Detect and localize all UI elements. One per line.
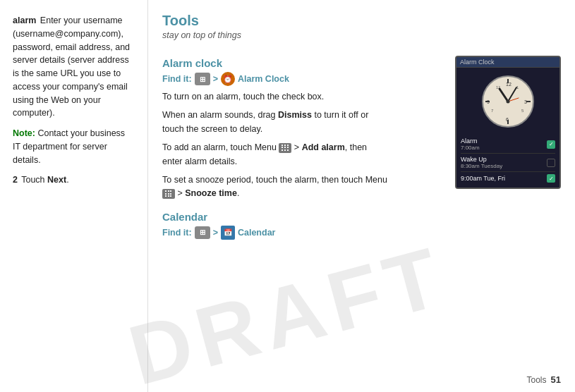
calendar-find-it-label: Find it:: [162, 228, 192, 238]
svg-text:3: 3: [524, 99, 527, 104]
alarm-clock-icon[interactable]: ⏰: [221, 72, 235, 86]
section-title: Tools: [162, 13, 561, 29]
alarm-item-1-time: 7:00am: [461, 145, 480, 151]
step-2: 2 Touch Next.: [13, 173, 135, 187]
alarm-item-1-check[interactable]: ✓: [547, 140, 555, 149]
alarm-item-2-time: 8:30am Tuesday: [461, 163, 502, 169]
apps-icon[interactable]: ⊞: [195, 73, 210, 85]
arrow-separator: >: [213, 74, 218, 84]
step-1: alarm Enter your username (username@comp…: [13, 14, 135, 120]
calendar-icon[interactable]: 📅: [221, 226, 235, 240]
alarm-para-4: To set a snooze period, touch the alarm,…: [162, 173, 388, 201]
alarm-item-3: 9:00am Tue, Fri ✓: [461, 172, 555, 185]
svg-text:6: 6: [506, 117, 509, 122]
alarm-subsection: Alarm clock Find it: ⊞ > ⏰ Alarm Clock T…: [162, 57, 441, 201]
note-label: Note:: [13, 128, 35, 138]
analog-clock-svg: 12 3 6 9 1 5 7 11: [480, 73, 536, 130]
alarm-para-3: To add an alarm, touch Menu > Add alarm,…: [162, 141, 388, 169]
alarm-para-1: To turn on an alarm, touch the check box…: [162, 90, 388, 104]
step-1-number: alarm: [13, 16, 36, 25]
alarm-find-it: Find it: ⊞ > ⏰ Alarm Clock: [162, 72, 441, 86]
calendar-subsection: Calendar Find it: ⊞ > 📅 Calendar: [162, 211, 441, 240]
alarm-item-3-check[interactable]: ✓: [547, 174, 555, 183]
alarm-clock-label: Alarm Clock: [238, 74, 289, 84]
step-2-text: Touch Next.: [21, 175, 68, 185]
text-area: Alarm clock Find it: ⊞ > ⏰ Alarm Clock T…: [162, 50, 441, 244]
alarm-item-1-label: Alarm: [461, 137, 480, 145]
svg-text:12: 12: [506, 82, 512, 87]
page-footer: Tools 51: [527, 374, 561, 385]
right-column: Tools stay on top of things Alarm clock …: [148, 0, 575, 392]
left-column: alarm Enter your username (username@comp…: [0, 0, 148, 392]
svg-point-16: [507, 100, 510, 104]
menu-grid-1: [282, 145, 289, 152]
calendar-title: Calendar: [162, 211, 441, 223]
calendar-find-it: Find it: ⊞ > 📅 Calendar: [162, 226, 441, 240]
alarm-para-2: When an alarm sounds, drag Dismiss to tu…: [162, 109, 388, 136]
footer-section-label: Tools: [527, 375, 547, 385]
main-content: Alarm clock Find it: ⊞ > ⏰ Alarm Clock T…: [162, 50, 561, 244]
page-container: alarm Enter your username (username@comp…: [0, 0, 575, 392]
phone-screen: Alarm Clock 12 3: [455, 56, 561, 189]
alarm-item-1: Alarm 7:00am ✓: [461, 135, 555, 154]
section-subtitle: stay on top of things: [162, 30, 561, 40]
menu-grid-2: [165, 190, 172, 197]
menu-icon-2: [162, 189, 175, 199]
step-1-note: Note: Contact your business IT departmen…: [13, 127, 135, 166]
svg-text:9: 9: [487, 99, 490, 104]
alarm-item-2-check[interactable]: [547, 159, 555, 167]
alarm-item-2-label: Wake Up: [461, 156, 502, 163]
alarm-title: Alarm clock: [162, 57, 441, 69]
menu-icon-1: [279, 143, 291, 153]
alarm-list: Alarm 7:00am ✓ Wake Up 8:30am Tuesday: [456, 133, 559, 188]
step-2-number: 2: [13, 175, 18, 185]
phone-screen-header: Alarm Clock: [456, 57, 559, 68]
calendar-label: Calendar: [238, 228, 276, 238]
phone-screenshot: Alarm Clock 12 3: [455, 56, 561, 244]
clock-display: 12 3 6 9 1 5 7 11: [456, 68, 559, 133]
alarm-item-3-label: 9:00am Tue, Fri: [461, 175, 505, 182]
calendar-arrow: >: [213, 228, 218, 238]
find-it-label: Find it:: [162, 74, 192, 84]
alarm-item-2: Wake Up 8:30am Tuesday: [461, 154, 555, 172]
step-1-text: Enter your username (username@company.co…: [13, 16, 130, 118]
apps-icon-2[interactable]: ⊞: [195, 226, 210, 239]
footer-page-number: 51: [551, 374, 561, 385]
